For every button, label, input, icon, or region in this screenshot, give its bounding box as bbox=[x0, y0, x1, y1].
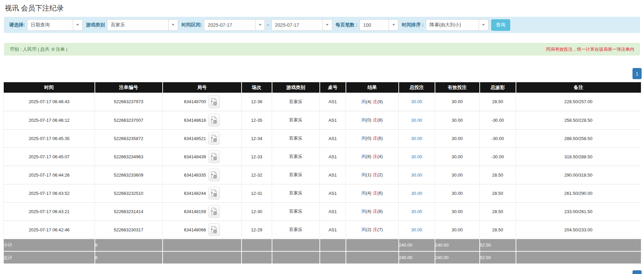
cell-session: 12-33 bbox=[242, 147, 272, 166]
date-to-value: 2025-07-17 bbox=[272, 20, 323, 30]
cell-game-type: 百家乐 bbox=[272, 147, 320, 166]
total-bet-link[interactable]: 30.00 bbox=[411, 118, 422, 123]
summary-notice: 同局有效投注，统一计算在该局第一张注单内 bbox=[546, 46, 634, 52]
result-player-score: (8) bbox=[366, 154, 371, 159]
cell-total-bet: 30.00 bbox=[399, 147, 435, 166]
cell-result: 闲(0)庄(8) bbox=[346, 111, 399, 129]
video-file-icon bbox=[211, 153, 217, 160]
page-size-select[interactable]: 100 bbox=[359, 19, 398, 31]
header-total-payout: 总派彩 bbox=[480, 82, 516, 93]
result-banker-score: (6) bbox=[377, 136, 383, 141]
page-button-1[interactable]: 1 bbox=[632, 68, 642, 79]
game-type-select[interactable]: 百家乐 bbox=[107, 19, 178, 31]
total-bet-link[interactable]: 30.00 bbox=[411, 154, 422, 159]
cell-session: 12-32 bbox=[242, 166, 272, 184]
subtotal-label: 小计 bbox=[4, 239, 95, 251]
cell-time: 2025-07-17 06:46:43 bbox=[4, 93, 95, 111]
filter-panel: 请选择: 日期查询 游戏类别 百家乐 时间区间: 2025-07-17 ~ 20… bbox=[4, 17, 640, 33]
total-bet-link[interactable]: 30.00 bbox=[411, 136, 422, 141]
cell-result: 闲(2)庄(7) bbox=[346, 221, 399, 239]
video-replay-button[interactable] bbox=[208, 150, 220, 163]
query-type-select[interactable]: 日期查询 bbox=[27, 19, 83, 31]
result-banker: 庄 bbox=[373, 117, 377, 122]
result-banker: 庄 bbox=[373, 99, 377, 104]
bet-records-table: 时间 注单编号 局号 场次 游戏类别 桌号 结果 总投注 有效投注 总派彩 备注… bbox=[3, 82, 641, 264]
result-player-score: (0) bbox=[366, 117, 371, 122]
result-player: 闲 bbox=[361, 117, 366, 122]
cell-total-payout: 28.50 bbox=[480, 221, 516, 239]
round-id-value: 634148618 bbox=[184, 118, 206, 123]
cell-result: 闲(4)庄(6) bbox=[346, 184, 399, 202]
table-row: 2025-07-17 06:46:43 522663237973 6341487… bbox=[4, 93, 641, 111]
header-result: 结果 bbox=[346, 82, 399, 93]
total-bet-link[interactable]: 30.00 bbox=[411, 209, 422, 214]
result-player: 闲 bbox=[361, 154, 366, 159]
cell-valid-bet: 30.00 bbox=[435, 184, 480, 202]
subtotal-valid-bet: 240.00 bbox=[435, 239, 480, 251]
cell-round-id: 634148244 bbox=[163, 184, 242, 202]
header-game-type: 游戏类别 bbox=[272, 82, 320, 93]
cell-result: 闲(4)庄(9) bbox=[346, 93, 399, 111]
cell-session: 12-34 bbox=[242, 129, 272, 147]
round-id-value: 634148439 bbox=[184, 154, 206, 159]
summary-bar: 币别 : 人民币 | 总共 :8 注单 | 同局有效投注，统一计算在该局第一张注… bbox=[4, 43, 640, 55]
video-replay-button[interactable] bbox=[208, 114, 220, 127]
chevron-down-icon bbox=[255, 20, 265, 30]
search-button[interactable]: 查询 bbox=[491, 19, 510, 31]
cell-total-bet: 30.00 bbox=[399, 129, 435, 147]
round-id-value: 634148521 bbox=[184, 136, 206, 141]
video-replay-button[interactable] bbox=[208, 187, 220, 200]
subtotal-row: 小计 8 240.00 240.00 52.50 bbox=[4, 239, 641, 251]
pagination-bottom: 1 bbox=[632, 270, 642, 274]
video-replay-button[interactable] bbox=[208, 132, 220, 145]
video-file-icon bbox=[211, 135, 217, 142]
cell-total-payout: -30.00 bbox=[480, 147, 516, 166]
cell-game-type: 百家乐 bbox=[272, 129, 320, 147]
cell-bet-id: 522663230317 bbox=[95, 221, 163, 239]
cell-time: 2025-07-17 06:43:52 bbox=[4, 184, 95, 202]
cell-bet-id: 522663237007 bbox=[95, 111, 163, 129]
cell-valid-bet: 30.00 bbox=[435, 111, 480, 129]
cell-bet-id: 522663232510 bbox=[95, 184, 163, 202]
cell-table-no: AS1 bbox=[320, 221, 346, 239]
cell-session: 12-36 bbox=[242, 93, 272, 111]
cell-total-payout: 28.50 bbox=[480, 202, 516, 221]
table-row: 2025-07-17 06:43:52 522663232510 6341482… bbox=[4, 184, 641, 202]
video-replay-button[interactable] bbox=[208, 95, 220, 108]
date-to-select[interactable]: 2025-07-17 bbox=[271, 19, 332, 31]
date-from-select[interactable]: 2025-07-17 bbox=[204, 19, 265, 31]
game-type-value: 百家乐 bbox=[107, 20, 168, 30]
total-bet-link[interactable]: 30.00 bbox=[411, 173, 422, 178]
result-player-score: (4) bbox=[366, 209, 371, 214]
cell-remark: 258.50/228.50 bbox=[516, 111, 641, 129]
cell-total-bet: 30.00 bbox=[399, 202, 435, 221]
header-session: 场次 bbox=[242, 82, 272, 93]
chevron-down-icon bbox=[479, 20, 488, 30]
result-player: 闲 bbox=[361, 209, 366, 214]
page-button-1-bottom[interactable]: 1 bbox=[632, 270, 642, 274]
page-title: 视讯 会员下注纪录 bbox=[5, 3, 639, 13]
cell-remark: 288.50/258.50 bbox=[516, 129, 641, 147]
cell-time: 2025-07-17 06:43:21 bbox=[4, 202, 95, 221]
date-from-value: 2025-07-17 bbox=[204, 20, 255, 30]
page-size-label: 每页笔数 : bbox=[336, 22, 358, 28]
result-banker-score: (2) bbox=[377, 172, 383, 177]
video-file-icon bbox=[211, 189, 217, 197]
video-file-icon bbox=[211, 98, 217, 106]
result-banker: 庄 bbox=[373, 209, 377, 214]
chevron-down-icon bbox=[168, 20, 178, 30]
round-id-value: 634148244 bbox=[184, 191, 206, 196]
sort-order-select[interactable]: 降幂(由大到小) bbox=[426, 19, 489, 31]
range-separator: ~ bbox=[267, 22, 269, 28]
chevron-down-icon bbox=[389, 20, 398, 30]
video-replay-button[interactable] bbox=[208, 223, 220, 236]
table-row: 2025-07-17 06:42:46 522663230317 6341480… bbox=[4, 221, 641, 239]
result-banker: 庄 bbox=[373, 227, 377, 232]
total-bet-link[interactable]: 30.00 bbox=[411, 99, 422, 104]
total-bet-link[interactable]: 30.00 bbox=[411, 191, 422, 196]
total-bet-link[interactable]: 30.00 bbox=[411, 227, 422, 232]
video-replay-button[interactable] bbox=[208, 205, 220, 218]
grand-total-total-bet: 240.00 bbox=[399, 251, 435, 264]
video-replay-button[interactable] bbox=[208, 168, 220, 181]
cell-game-type: 百家乐 bbox=[272, 184, 320, 202]
